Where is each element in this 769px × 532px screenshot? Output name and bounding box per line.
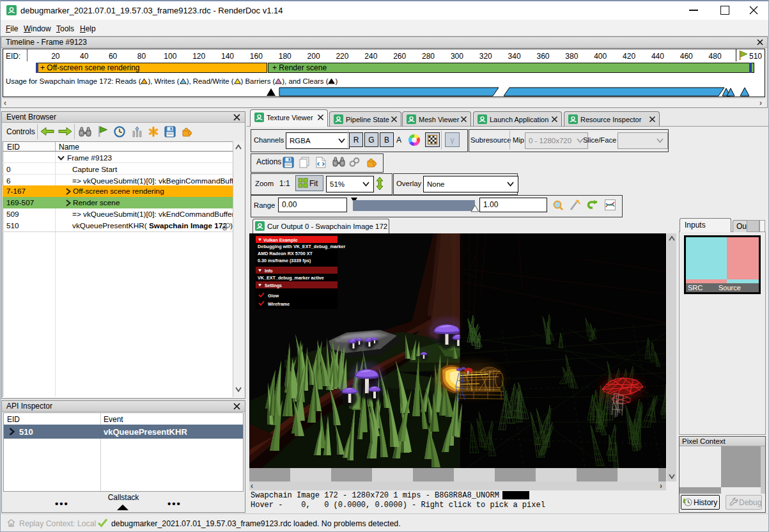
svg-text:Vulkan Example: Vulkan Example <box>263 238 298 243</box>
svg-text:0.30 ms/frame (3339 fps): 0.30 ms/frame (3339 fps) <box>258 258 311 263</box>
svg-text:Debugging with VK_EXT_debug_ma: Debugging with VK_EXT_debug_marker <box>258 244 346 249</box>
svg-text:Glow: Glow <box>268 293 279 298</box>
svg-text:Info: Info <box>265 269 272 273</box>
svg-text:VK_EXT_debug_marker active: VK_EXT_debug_marker active <box>258 275 324 281</box>
svg-text:AMD Radeon RX 5700 XT: AMD Radeon RX 5700 XT <box>258 251 313 256</box>
svg-text:Wireframe: Wireframe <box>268 302 290 306</box>
svg-text:Settings: Settings <box>265 283 282 288</box>
